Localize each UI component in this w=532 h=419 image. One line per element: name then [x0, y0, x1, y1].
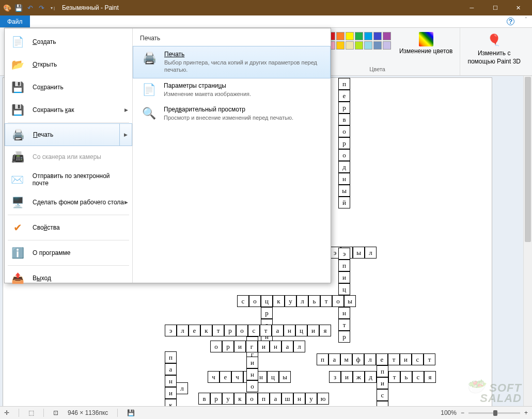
crossword-cell: н	[338, 173, 350, 185]
submenu-preview-desc: Просмотр и внесение изменений перед печа…	[164, 114, 293, 121]
app-icon: 🎨	[2, 3, 12, 13]
crossword-cell: у	[222, 393, 234, 405]
crossword-cell: ь	[400, 371, 412, 383]
scrollbar-thumb[interactable]	[525, 77, 531, 242]
crossword-cell: ц	[261, 295, 273, 307]
submenu-page-setup[interactable]: 📄 Параметры страницыИзменение макета изо…	[133, 78, 331, 102]
exit-icon: 📤	[10, 271, 25, 285]
zoom-in-button[interactable]: +	[524, 409, 528, 416]
desktop-icon: 🖥️	[10, 195, 25, 210]
cursor-icon: ✛	[4, 409, 9, 416]
menu-create-label: оздать	[37, 38, 56, 45]
qat-dropdown-icon[interactable]: ▾ |	[48, 3, 58, 13]
printer-icon: 🖨️	[140, 51, 158, 66]
zoom-out-button[interactable]: −	[461, 409, 464, 416]
crossword-cell: ч	[208, 371, 220, 383]
color-swatch[interactable]	[373, 32, 382, 40]
color-swatch[interactable]	[373, 41, 382, 50]
crossword-cell: е	[189, 325, 200, 336]
crossword-cell: ф	[352, 353, 364, 365]
paint3d-button[interactable]: 🎈 Изменить с помощью Paint 3D	[464, 30, 524, 67]
ribbon-tabs: Файл ˇ ?	[0, 15, 532, 28]
crossword-cell: и	[400, 353, 412, 365]
submenu-page-desc: Изменение макета изображения.	[164, 90, 251, 98]
color-swatch[interactable]	[336, 32, 345, 40]
redo-icon[interactable]: ↷	[36, 3, 46, 13]
crossword-cell: п	[317, 353, 328, 365]
email-icon: ✉️	[10, 172, 25, 187]
ribbon-collapse-icon[interactable]: ˇ	[525, 17, 527, 23]
undo-icon[interactable]: ↶	[25, 3, 35, 13]
crossword-cell: о	[246, 380, 258, 392]
new-icon: 📄	[10, 35, 25, 49]
color-swatch[interactable]	[346, 41, 354, 50]
crossword-cell: п	[165, 351, 177, 363]
crossword-cell: н	[338, 307, 350, 319]
menu-exit[interactable]: 📤Выход	[5, 267, 132, 289]
menu-desktop[interactable]: 🖥️Сделать фоном рабочего стола▶	[5, 191, 132, 214]
save-icon[interactable]: 💾	[13, 3, 24, 13]
menu-saveas[interactable]: 💾Сохранить как▶	[5, 99, 132, 121]
vertical-scrollbar[interactable]	[523, 76, 532, 406]
saveas-icon: 💾	[10, 103, 25, 117]
crossword-cell: ц	[338, 283, 350, 295]
crossword-cell: с	[412, 371, 424, 383]
close-button[interactable]: ✕	[507, 0, 530, 15]
menu-create[interactable]: 📄Создать	[5, 30, 132, 53]
menu-open[interactable]: 📂Открыть	[5, 53, 132, 76]
crossword-cell: ы	[338, 185, 350, 197]
menu-save[interactable]: 💾Сохранить	[5, 76, 132, 99]
minimize-button[interactable]: ─	[460, 0, 483, 15]
crossword-cell: н	[246, 368, 258, 380]
color-swatch[interactable]	[336, 41, 345, 50]
menu-about[interactable]: ℹ️О программе	[5, 241, 132, 264]
separator	[8, 215, 129, 215]
maximize-button[interactable]: ☐	[483, 0, 507, 15]
separator	[8, 265, 129, 266]
crossword-cell: л	[296, 295, 308, 307]
crossword-cell: л	[177, 325, 189, 336]
crossword-cell: п	[377, 365, 388, 377]
crossword-cell: э	[338, 248, 350, 260]
menu-print[interactable]: 🖨️Печать▶	[5, 123, 132, 146]
menu-email[interactable]: ✉️Отправить по электронной почте	[5, 168, 132, 191]
separator	[8, 122, 129, 123]
rainbow-icon	[419, 32, 433, 46]
color-swatch[interactable]	[346, 32, 354, 40]
arrow-icon: ▶	[119, 124, 128, 146]
crossword-cell: с	[377, 389, 388, 401]
menu-properties[interactable]: ✔Свойства	[5, 216, 132, 239]
submenu-preview[interactable]: 🔍 Предварительный просмотрПросмотр и вне…	[133, 102, 331, 125]
color-swatch[interactable]	[383, 32, 391, 40]
crossword-cell: в	[198, 393, 210, 405]
arrow-icon: ▶	[124, 107, 128, 112]
save-icon: 💾	[10, 80, 25, 94]
crossword-cell: ь	[308, 295, 320, 307]
help-icon[interactable]: ?	[507, 18, 514, 25]
edit-colors-button[interactable]: Изменение цветов	[396, 30, 456, 57]
crossword-cell: и	[307, 325, 319, 336]
crossword-cell: л	[176, 382, 188, 394]
window-controls: ─ ☐ ✕	[460, 0, 530, 15]
arrow-icon: ▶	[124, 200, 128, 205]
crossword-cell: я	[319, 325, 331, 336]
color-swatch[interactable]	[364, 41, 372, 50]
file-tab[interactable]: Файл	[0, 15, 30, 27]
color-swatch[interactable]	[364, 32, 372, 40]
color-swatch[interactable]	[355, 32, 363, 40]
file-menu-right: Печать 🖨️ ПечатьВыбор принтера, числа ко…	[133, 28, 331, 283]
crossword-cell: р	[338, 102, 350, 114]
color-swatch[interactable]	[383, 41, 391, 50]
crossword-cell: й	[338, 197, 350, 208]
crossword-cell: с	[237, 295, 249, 307]
crossword-cell: т	[260, 325, 272, 336]
submenu-print[interactable]: 🖨️ ПечатьВыбор принтера, числа копий и д…	[133, 46, 331, 78]
open-icon: 📂	[10, 57, 25, 72]
crossword-cell: р	[338, 331, 350, 343]
zoom-slider[interactable]	[468, 412, 520, 414]
crossword-cell: ы	[353, 247, 365, 259]
crossword-cell: ц	[267, 371, 279, 383]
crossword-cell: с	[248, 325, 260, 336]
crossword-cell: ч	[231, 371, 243, 383]
color-swatch[interactable]	[355, 41, 363, 50]
